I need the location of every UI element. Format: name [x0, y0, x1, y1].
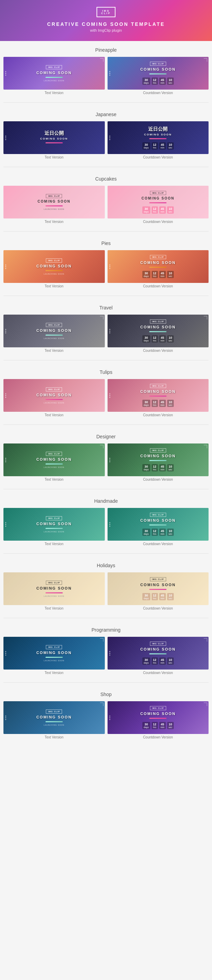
- preview-row-designer: IMG CLIP Coming Soon launching soon Text…: [3, 444, 209, 481]
- overlay-coming-soon: COMING SOON: [36, 715, 72, 719]
- section-title-japanese: Japanese: [3, 111, 209, 117]
- label-programming-text: Text Version: [3, 671, 105, 675]
- label-handmade-text: Text Version: [3, 542, 105, 546]
- countdown-boxes: 30days 12hrs 45min 10sec: [142, 142, 174, 150]
- section-title-holidays: Holidays: [3, 563, 209, 568]
- label-japanese-text: Text Version: [3, 156, 105, 159]
- preview-handmade-countdown[interactable]: IMG CLIP COMING SOON 30days 12hrs 45min …: [108, 508, 209, 546]
- overlay-logo: IMG CLIP: [46, 452, 62, 456]
- section-holidays: Holidays IMG CLIP COMING SOON launching …: [0, 557, 212, 615]
- label-pies-text: Text Version: [3, 284, 105, 288]
- overlay-coming-soon: Coming Soon: [142, 196, 174, 200]
- overlay-logo: IMG CLIP: [150, 448, 166, 452]
- label-shop-countdown: Countdown Version: [108, 735, 209, 739]
- countdown-boxes: 30days 12hrs 45min 10sec: [142, 207, 174, 214]
- label-pineapple-text: Text Version: [3, 91, 105, 95]
- preview-cupcakes-text[interactable]: IMG CLIP Coming Soon launching soon Text…: [3, 186, 105, 224]
- section-tulips: Tulips IMG CLIP COMING SOON launching so…: [0, 363, 212, 422]
- countdown-boxes: 30days 12hrs 45min 10sec: [142, 271, 174, 278]
- countdown-boxes: 30days 12hrs 45min 10sec: [142, 464, 174, 471]
- kanji-text: 近日公開: [45, 130, 64, 137]
- label-tulips-text: Text Version: [3, 413, 105, 417]
- kanji-text: 近日公開: [148, 126, 167, 132]
- countdown-boxes: 30days 12hrs 45min 10sec: [142, 722, 174, 729]
- preview-japanese-text[interactable]: 近日公開 COMING SOON Text Version: [3, 121, 105, 159]
- overlay-logo: IMG CLIP: [46, 581, 62, 585]
- overlay-logo: IMG CLIP: [150, 191, 166, 195]
- preview-row-programming: IMG CLIP COMING SOON launching soon Text…: [3, 637, 209, 675]
- preview-shop-text[interactable]: IMG CLIP COMING SOON launching soon Text…: [3, 701, 105, 739]
- preview-designer-countdown[interactable]: IMG CLIP Coming Soon 30days 12hrs 45min …: [108, 444, 209, 481]
- section-handmade: Handmade IMG CLIP COMING SOON launching …: [0, 492, 212, 550]
- overlay-coming-soon: COMING SOON: [140, 390, 176, 393]
- logo-line1: IMG: [101, 10, 111, 12]
- overlay-logo: IMG CLIP: [46, 645, 62, 649]
- preview-pineapple-countdown[interactable]: IMG CLIP COMING SOON 30days 12hrs 45min …: [108, 57, 209, 95]
- overlay-coming-soon: COMING SOON: [36, 328, 72, 332]
- section-title-programming: Programming: [3, 627, 209, 633]
- preview-designer-text[interactable]: IMG CLIP Coming Soon launching soon Text…: [3, 444, 105, 481]
- countdown-boxes: 30days 12hrs 45min 10sec: [142, 335, 174, 342]
- label-japanese-countdown: Countdown Version: [108, 156, 209, 159]
- header-subtitle: with ImgClip plugin: [3, 28, 209, 32]
- preview-row-japanese: 近日公開 COMING SOON Text Version 近日公開 COMIN…: [3, 121, 209, 159]
- overlay-coming-soon: COMING SOON: [36, 522, 72, 526]
- section-title-pies: Pies: [3, 240, 209, 246]
- overlay-logo: IMG CLIP: [150, 642, 166, 646]
- label-cupcakes-text: Text Version: [3, 220, 105, 224]
- overlay-coming-soon: COMING SOON: [36, 651, 72, 655]
- preview-programming-countdown[interactable]: IMG CLIP COMING SOON 30days 12hrs 45min …: [108, 637, 209, 675]
- preview-pineapple-text[interactable]: IMG CLIP COMING SOON launching soon Text…: [3, 57, 105, 95]
- section-pies: Pies IMG CLIP COMING SOON launching soon…: [0, 234, 212, 293]
- preview-japanese-countdown[interactable]: 近日公開 COMING SOON 30days 12hrs 45min 10se…: [108, 121, 209, 159]
- preview-holidays-text[interactable]: IMG CLIP COMING SOON launching soon Text…: [3, 572, 105, 610]
- preview-shop-countdown[interactable]: IMG CLIP COMING SOON 30days 12hrs 45min …: [108, 701, 209, 739]
- overlay-coming-soon: COMING SOON: [140, 711, 176, 716]
- overlay-logo: IMG CLIP: [150, 577, 166, 581]
- label-holidays-text: Text Version: [3, 606, 105, 610]
- preview-row-travel: IMG CLIP COMING SOON launching soon Text…: [3, 315, 209, 353]
- section-travel: Travel IMG CLIP COMING SOON launching so…: [0, 299, 212, 357]
- preview-row-holidays: IMG CLIP COMING SOON launching soon Text…: [3, 572, 209, 610]
- preview-holidays-countdown[interactable]: IMG CLIP COMING SOON 30days 12hrs 45min …: [108, 572, 209, 610]
- label-designer-countdown: Countdown Version: [108, 477, 209, 481]
- overlay-logo: IMG CLIP: [150, 255, 166, 259]
- preview-row-shop: IMG CLIP COMING SOON launching soon Text…: [3, 701, 209, 739]
- overlay-sub: launching soon: [44, 402, 64, 404]
- overlay-sub: launching soon: [44, 337, 64, 339]
- label-programming-countdown: Countdown Version: [108, 671, 209, 675]
- preview-handmade-text[interactable]: IMG CLIP COMING SOON launching soon Text…: [3, 508, 105, 546]
- preview-cupcakes-countdown[interactable]: IMG CLIP Coming Soon 30days 12hrs 45min …: [108, 186, 209, 224]
- label-pies-countdown: Countdown Version: [108, 284, 209, 288]
- preview-row-pies: IMG CLIP COMING SOON launching soon Text…: [3, 250, 209, 288]
- preview-pies-countdown[interactable]: IMG CLIP COMING SOON 30days 12hrs 45min …: [108, 250, 209, 288]
- overlay-coming-soon: COMING SOON: [140, 67, 176, 71]
- preview-travel-countdown[interactable]: IMG CLIP COMING SOON 30days 12hrs 45min …: [108, 315, 209, 353]
- overlay-sub: launching soon: [44, 466, 64, 468]
- logo: IMG CLIP: [97, 7, 116, 17]
- label-shop-text: Text Version: [3, 735, 105, 739]
- preview-row-pineapple: IMG CLIP COMING SOON launching soon Text…: [3, 57, 209, 95]
- label-tulips-countdown: Countdown Version: [108, 413, 209, 417]
- section-designer: Designer IMG CLIP Coming Soon launching …: [0, 428, 212, 486]
- overlay-sub: launching soon: [44, 208, 64, 210]
- preview-travel-text[interactable]: IMG CLIP COMING SOON launching soon Text…: [3, 315, 105, 353]
- section-pineapple: Pineapple IMG CLIP COMING SOON launching…: [0, 41, 212, 100]
- preview-row-cupcakes: IMG CLIP Coming Soon launching soon Text…: [3, 186, 209, 224]
- header-title: CREATIVE COMING SOON TEMPLATE: [3, 21, 209, 27]
- overlay-coming-soon: COMING SOON: [140, 518, 176, 522]
- preview-tulips-countdown[interactable]: IMG CLIP COMING SOON 30days 12hrs 45min …: [108, 379, 209, 417]
- overlay-coming-soon: COMING SOON: [36, 264, 72, 268]
- preview-row-tulips: IMG CLIP COMING SOON launching soon Text…: [3, 379, 209, 417]
- section-shop: Shop IMG CLIP COMING SOON launching soon…: [0, 686, 212, 744]
- preview-tulips-text[interactable]: IMG CLIP COMING SOON launching soon Text…: [3, 379, 105, 417]
- overlay-coming-soon: COMING SOON: [140, 647, 176, 651]
- overlay-coming-soon: COMING SOON: [140, 583, 176, 587]
- overlay-logo: IMG CLIP: [150, 62, 166, 66]
- preview-programming-text[interactable]: IMG CLIP COMING SOON launching soon Text…: [3, 637, 105, 675]
- label-pineapple-countdown: Countdown Version: [108, 91, 209, 95]
- overlay-sub: launching soon: [44, 80, 64, 82]
- label-holidays-countdown: Countdown Version: [108, 606, 209, 610]
- preview-pies-text[interactable]: IMG CLIP COMING SOON launching soon Text…: [3, 250, 105, 288]
- overlay-logo: IMG CLIP: [150, 706, 166, 710]
